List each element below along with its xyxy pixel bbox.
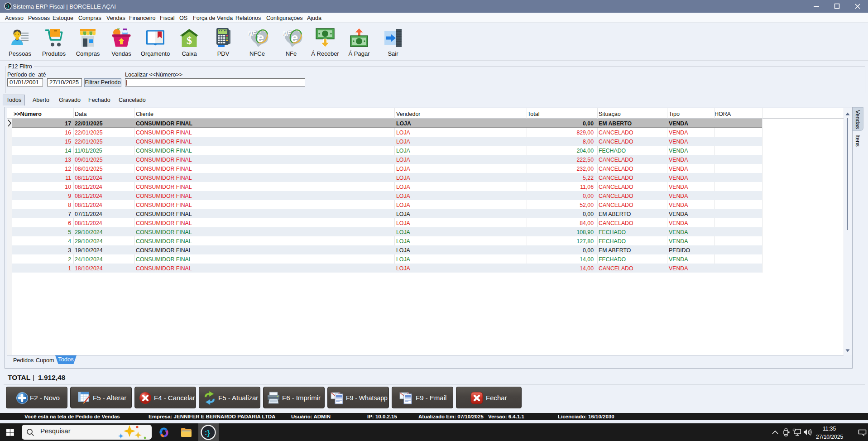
svg-text:}: }: [7, 4, 9, 9]
svg-text:$: $: [187, 34, 192, 46]
svg-text:}: }: [207, 429, 211, 437]
